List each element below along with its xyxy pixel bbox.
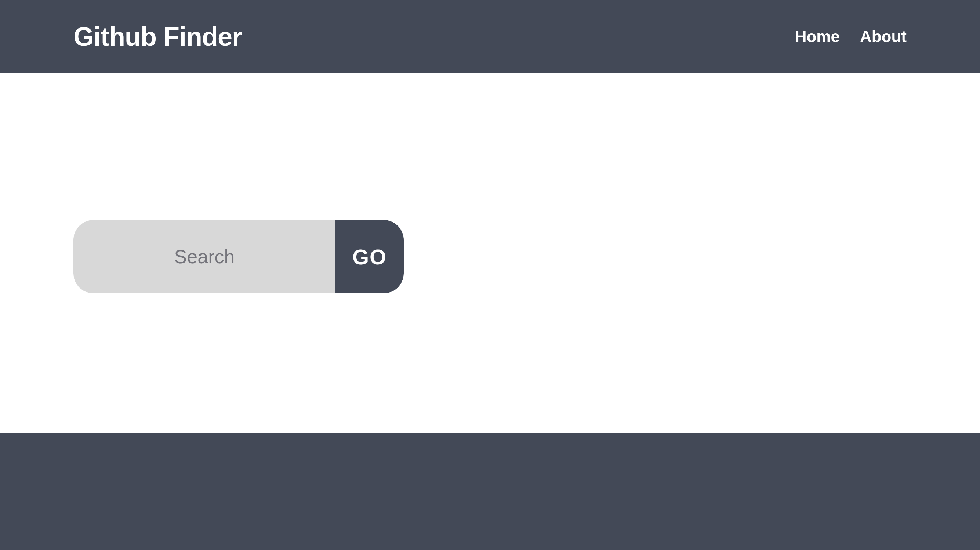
- search-go-button[interactable]: GO: [336, 220, 404, 293]
- search-container: GO: [73, 220, 404, 293]
- footer: [0, 433, 980, 550]
- nav-link-about[interactable]: About: [860, 27, 907, 46]
- main-content: GO: [0, 73, 980, 433]
- app-title: Github Finder: [73, 22, 242, 52]
- nav-link-home[interactable]: Home: [795, 27, 840, 46]
- navbar: Github Finder Home About: [0, 0, 980, 73]
- navbar-links: Home About: [795, 27, 907, 46]
- search-input[interactable]: [73, 220, 336, 293]
